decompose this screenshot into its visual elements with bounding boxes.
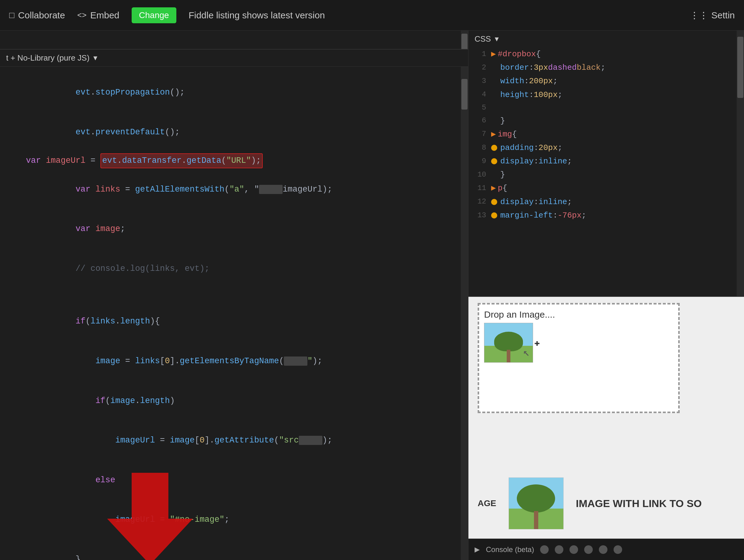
css-line-2: 2 border: 3px dashed black; xyxy=(469,61,744,74)
tree-image-container: ↖ ✚ xyxy=(484,323,673,363)
css-line-7: 7 ▶ img{ xyxy=(469,128,744,141)
css-line-12: 12 display:inline; xyxy=(469,195,744,209)
js-line-11: imageUrl = image[0].getAttribute("src ); xyxy=(6,421,462,461)
js-line-12: else xyxy=(6,460,462,500)
js-line-4: var links = getAllElementsWith("a", " im… xyxy=(6,169,462,209)
css-dot-12 xyxy=(491,199,497,205)
preview-lower: AGE IMAGE WITH LINK TO SO xyxy=(478,477,702,529)
js-line-13: imageUrl = "#no-image"; xyxy=(6,500,462,540)
change-button[interactable]: Change xyxy=(132,7,176,23)
js-line-14: } xyxy=(6,540,462,560)
console-dot-1 xyxy=(540,545,549,554)
topbar-message: Fiddle listing shows latest version xyxy=(189,10,325,21)
js-line-5: var image; xyxy=(6,209,462,249)
css-line-13: 13 margin-left:-76px; xyxy=(469,209,744,222)
topbar: □ Collaborate <> Embed Change Fiddle lis… xyxy=(0,0,744,31)
js-panel[interactable]: t + No-Library (pure JS) ▼ evt.stopPropa… xyxy=(0,49,468,560)
js-line-10: if(image.length) xyxy=(6,381,462,421)
console-dot-4 xyxy=(584,545,593,554)
js-line-8: if(links.length){ xyxy=(6,302,462,342)
settings-icon: ⋮⋮ xyxy=(690,10,708,21)
js-line-7 xyxy=(6,288,462,302)
css-label: CSS xyxy=(475,34,491,44)
css-dropdown-icon[interactable]: ▼ xyxy=(493,35,500,43)
settings-item[interactable]: ⋮⋮ Settin xyxy=(690,10,735,21)
embed-item[interactable]: <> Embed xyxy=(77,10,119,21)
css-line-5: 5 xyxy=(469,102,744,114)
js-line-3: var imageUrl = evt.dataTransfer.getData(… xyxy=(6,153,462,168)
console-dot-3 xyxy=(569,545,578,554)
css-line-10: 10 } xyxy=(469,168,744,182)
console-bar: ▶ Console (beta) xyxy=(469,538,744,560)
css-dot-13 xyxy=(491,212,497,218)
js-line-1: evt.stopPropagation(); xyxy=(6,73,462,113)
css-arrow-11: ▶ xyxy=(491,182,496,195)
js-line-2: evt.preventDefault(); xyxy=(6,113,462,152)
right-panel: CSS ▼ 1 ▶ #dropbox { 2 border: 3px dashe… xyxy=(469,31,744,560)
css-dot-9 xyxy=(491,158,497,164)
html-editor[interactable]: <div id="dropbox">Drop an Image....</div… xyxy=(0,31,468,49)
console-label: Console (beta) xyxy=(486,545,534,554)
css-line-9: 9 display:inline; xyxy=(469,155,744,168)
css-line-8: 8 padding:20px; xyxy=(469,141,744,155)
age-label: AGE xyxy=(478,498,496,508)
js-dropdown-icon[interactable]: ▼ xyxy=(92,54,99,62)
js-line-6: // console.log(links, evt); xyxy=(6,249,462,288)
console-dot-2 xyxy=(555,545,563,554)
js-line-9: image = links[0].getElementsByTagName( "… xyxy=(6,342,462,381)
left-panel: <div id="dropbox">Drop an Image....</div… xyxy=(0,31,469,560)
js-code: evt.stopPropagation(); evt.preventDefaul… xyxy=(0,67,468,560)
preview-panel: Drop an Image.... ↖ xyxy=(469,297,744,560)
settings-label: Settin xyxy=(711,10,735,21)
css-line-11: 11 ▶ p{ xyxy=(469,182,744,195)
collaborate-icon: □ xyxy=(9,10,14,20)
dropbox-preview: Drop an Image.... ↖ xyxy=(478,303,680,413)
css-line-3: 3 width: 200px; xyxy=(469,74,744,88)
link-label: IMAGE WITH LINK TO SO xyxy=(576,497,702,510)
html-line-1: <div id="dropbox">Drop an Image....</div… xyxy=(6,40,462,49)
css-arrow-1: ▶ xyxy=(491,47,496,61)
tree-image-2 xyxy=(509,477,564,529)
css-editor[interactable]: CSS ▼ 1 ▶ #dropbox { 2 border: 3px dashe… xyxy=(469,31,744,297)
css-dot-8 xyxy=(491,145,497,151)
dropbox-text: Drop an Image.... xyxy=(484,309,673,320)
collaborate-label: Collaborate xyxy=(18,10,65,21)
main-layout: <div id="dropbox">Drop an Image....</div… xyxy=(0,31,744,560)
embed-label: Embed xyxy=(90,10,119,21)
css-line-4: 4 height: 100px; xyxy=(469,88,744,102)
js-panel-label: t + No-Library (pure JS) xyxy=(6,53,89,63)
tree-image-1: ↖ xyxy=(484,323,533,363)
triangle-icon: ▶ xyxy=(475,546,480,554)
css-line-6: 6 } xyxy=(469,114,744,128)
css-line-1: 1 ▶ #dropbox { xyxy=(469,47,744,61)
console-dot-5 xyxy=(599,545,607,554)
embed-icon: <> xyxy=(77,10,86,20)
css-header: CSS ▼ xyxy=(469,31,744,47)
collaborate-item[interactable]: □ Collaborate xyxy=(9,10,65,21)
js-header: t + No-Library (pure JS) ▼ xyxy=(0,49,468,67)
css-arrow-7: ▶ xyxy=(491,128,496,141)
console-dot-6 xyxy=(613,545,622,554)
